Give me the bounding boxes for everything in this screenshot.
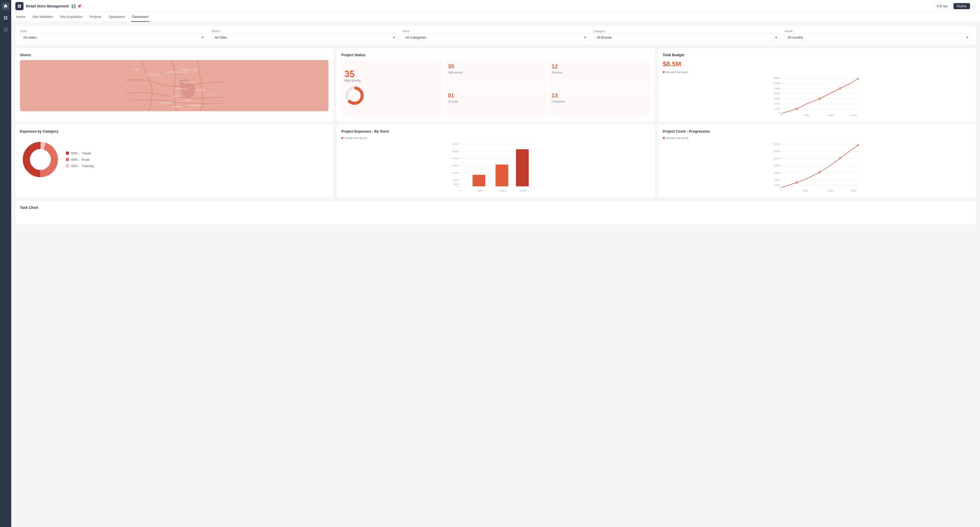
svg-text:0: 0 [460,189,461,192]
svg-text:25000: 25000 [452,157,458,160]
overdue-number: 12 [551,63,647,70]
legend-travel: 50% - Travel [66,151,94,155]
donut-container: 50% - Travel 45% - Food 05% - Training [20,136,328,182]
sidebar-apps-icon[interactable] [2,26,9,33]
svg-text:15000: 15000 [827,114,834,117]
content: State All states District All Cities Sto… [11,22,980,527]
state-select[interactable]: All states [21,34,206,41]
svg-text:0: 0 [779,187,780,189]
budget-chart-area: 35000 30000 25000 20000 15000 10000 5000… [663,76,971,117]
store-select[interactable]: All Categories [402,34,589,41]
svg-point-3 [4,29,5,30]
svg-text:Parramatta: Parramatta [182,81,193,83]
budget-line-chart: 35000 30000 25000 20000 15000 10000 5000… [663,76,971,117]
district-select[interactable]: All Cities [212,34,398,41]
district-label: District [212,30,398,33]
high-priority-label: High priority [448,71,463,74]
svg-text:15000: 15000 [452,171,458,174]
task-chart-card: Task Chart [15,201,976,224]
svg-text:0: 0 [781,189,783,192]
nav-site-acquisition[interactable]: Site Acquisition [59,12,83,22]
project-costs-card: Project Costs - Progression Actual Cost … [658,125,976,197]
stores-card: Stores Smith [15,48,333,121]
svg-text:27200: 27200 [850,189,857,192]
svg-text:Blacktown Seven Hills: Blacktown Seven Hills [165,71,188,73]
expenses-legend-label: Actual Cost (sum) [345,136,367,139]
budget-legend-label: Actual Cost (sum) [666,70,688,73]
edit-app-button[interactable]: Edit app [934,3,951,10]
legend-food-dot [66,158,69,161]
more-options-button[interactable]: ··· [972,3,976,9]
map-svg: Smith Mount Druitt Blacktown Seven Hills… [20,60,328,111]
svg-text:30000: 30000 [774,150,780,153]
donut-chart-small [344,85,365,107]
project-status-main-cell: 35 High priority [341,60,442,116]
legend-training: 05% - Training [66,164,94,168]
budget-amount: $8.5M [663,60,971,68]
expenses-category-title: Expenses by Category [20,129,328,133]
expenses-donut-chart [20,139,61,180]
svg-text:Fairfield: Fairfield [170,95,178,97]
total-budget-title: Total Budget [663,53,971,57]
category-select[interactable]: All Brands [594,34,780,41]
nav-site-selection[interactable]: Site Selection [32,12,54,22]
legend-training-percent: 05% - [71,164,80,168]
state-filter-group: State All states [21,30,206,41]
project-status-grid: 35 High priority 35 High priority [341,60,650,116]
project-expenses-title: Project Expenses - By Store [341,129,650,133]
svg-point-2 [6,28,7,29]
completed-label: Completed [551,100,565,103]
high-priority-main-label: High priority [344,79,361,82]
nav-home[interactable]: Home [15,12,26,22]
project-costs-title: Project Costs - Progression [663,129,971,133]
legend-travel-label: Travel [82,151,91,155]
svg-text:5000: 5000 [775,108,780,110]
bar-2 [495,164,508,186]
svg-text:10000: 10000 [774,102,780,105]
nav-operations[interactable]: Operations [108,12,126,22]
legend-travel-percent: 50% - [71,151,80,155]
deploy-button[interactable]: Deploy [953,3,970,9]
total-budget-card: Total Budget $8.5M Actual Cost (sum) [658,48,976,121]
svg-text:30000: 30000 [452,150,458,153]
svg-text:0: 0 [779,112,780,114]
sidebar [0,0,11,527]
info-icon[interactable]: ℹ️ [71,4,76,8]
legend-food-percent: 45% - [71,158,80,161]
nav-projects[interactable]: Projects [88,12,102,22]
bar-3 [516,149,529,186]
sidebar-grid-icon[interactable] [2,14,9,21]
svg-text:27200: 27200 [520,189,526,192]
svg-text:10000: 10000 [452,179,458,181]
svg-text:5000: 5000 [477,189,483,192]
svg-text:Mount Druitt: Mount Druitt [146,73,159,76]
svg-point-4 [5,29,6,30]
svg-point-1 [5,28,6,29]
svg-text:Auburn: Auburn [185,99,192,101]
bar-chart-svg: 35000 30000 25000 20000 15000 10000 5000… [341,142,650,193]
onhold-label: On-hold [448,100,458,103]
status-high-priority-cell: 35 High priority [445,60,546,87]
app-icon [15,2,24,10]
nav-dashboard[interactable]: Dashboard [131,12,150,22]
category-label: Category [594,30,780,33]
svg-text:10000: 10000 [774,179,780,181]
svg-text:Bankstown: Bankstown [189,104,201,107]
completed-number: 13 [551,92,647,99]
store-label: Store [402,30,589,33]
app-title: Retail Store Management [26,4,69,8]
store-filter-group: Store All Categories [402,30,589,41]
pin-icon[interactable]: 📌 [77,4,81,8]
svg-point-92 [839,157,841,159]
project-expenses-card: Project Expenses - By Store Actual Cost … [337,125,654,197]
expenses-bar-chart: 35000 30000 25000 20000 15000 10000 5000… [341,142,650,193]
sidebar-home-icon[interactable] [2,3,9,10]
svg-text:5000: 5000 [775,184,780,186]
month-select[interactable]: All months [785,34,971,41]
status-completed-cell: 13 Completed [548,89,650,116]
svg-text:5000: 5000 [453,183,458,185]
budget-legend-dot [663,71,665,73]
svg-text:5000: 5000 [804,114,810,117]
svg-text:27200: 27200 [850,114,857,117]
svg-text:15000: 15000 [827,189,834,192]
